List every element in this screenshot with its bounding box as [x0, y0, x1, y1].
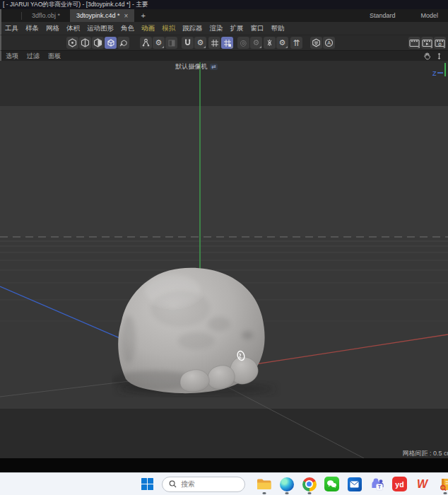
running-dot [443, 492, 447, 494]
symmetry-group: ⚙ [264, 37, 288, 49]
running-dot [307, 492, 311, 494]
wechat-icon[interactable] [324, 475, 340, 494]
edit-mode-group [66, 37, 129, 49]
running-dot [285, 492, 288, 494]
snap-settings-gear-icon[interactable]: ⚙ [194, 37, 206, 49]
tab-label: 3dflo.obj * [32, 12, 60, 19]
viewport-menu-filter[interactable]: 过滤 [27, 52, 40, 61]
layout-switcher-model[interactable]: Model [420, 12, 438, 19]
mail-icon[interactable] [346, 475, 362, 494]
menu-character[interactable]: 角色 [121, 24, 134, 33]
tab-3dtoypink[interactable]: 3dtoypink.c4d * × [70, 9, 134, 22]
world-axes-and-grid: Z [0, 61, 448, 458]
file-explorer-icon[interactable] [256, 475, 272, 494]
teams-icon[interactable]: T [369, 475, 385, 494]
radial-circles-icon[interactable]: ◎ [237, 37, 249, 49]
render-settings-icon[interactable]: ⚙ [434, 37, 446, 49]
menu-bar: 工具 样条 网格 体积 运动图形 角色 动画 模拟 跟踪器 渲染 扩展 窗口 帮… [0, 22, 448, 35]
quantize-group [208, 37, 233, 49]
camera-switch-icon[interactable]: ⇄ [210, 64, 218, 70]
render-picture-viewer-icon[interactable] [421, 37, 433, 49]
menu-simulate[interactable]: 模拟 [162, 24, 175, 33]
camera-label-bar: 默认摄像机 ⇄ [0, 62, 393, 71]
symmetry-icon[interactable] [264, 37, 276, 49]
menu-mograph[interactable]: 运动图形 [87, 24, 114, 33]
menu-mesh[interactable]: 网格 [46, 24, 59, 33]
wps-office-icon[interactable]: W [414, 475, 430, 494]
menu-window[interactable]: 窗口 [251, 24, 264, 33]
c4d-window: [ - JIARUI YAO的非商业许可) - [3dtoypink.c4d *… [0, 0, 448, 495]
mode-toolbar: ⚙ ⚙ ◎ ⚙ ⚙ [0, 35, 448, 50]
window-title: [ - JIARUI YAO的非商业许可) - [3dtoypink.c4d *… [0, 0, 448, 9]
swap-arrows-icon[interactable]: ⇈ [290, 37, 302, 49]
asset-group: A [310, 37, 335, 49]
taskbar-app-icons: T yd W [256, 475, 448, 494]
tab-3dflo[interactable]: 3dflo.obj * [22, 9, 70, 22]
menu-extensions[interactable]: 扩展 [230, 24, 244, 33]
taskbar-search[interactable] [162, 477, 245, 492]
viewport-menu-bar: 选项 过滤 面板 [0, 50, 448, 61]
joint-settings-gear-icon[interactable]: ⚙ [153, 37, 165, 49]
windows-taskbar: T yd W [0, 472, 448, 495]
menu-animation[interactable]: 动画 [141, 24, 155, 33]
render-view-icon[interactable] [408, 37, 420, 49]
workplane-disabled-icon[interactable] [165, 37, 177, 49]
svg-text:T: T [378, 484, 381, 489]
toy-model-mesh[interactable] [112, 262, 281, 397]
close-tab-icon[interactable]: × [124, 12, 129, 20]
layout-switcher-standard[interactable]: Standard [370, 12, 396, 19]
polygon-mode-icon[interactable] [92, 37, 104, 49]
asset-hexagon-icon[interactable] [310, 37, 322, 49]
viewport-nav-icons [423, 52, 443, 60]
youdao-translate-icon[interactable]: yd [391, 475, 408, 494]
object-axis-mode-icon[interactable] [117, 37, 129, 49]
default-camera-label[interactable]: 默认摄像机 [175, 62, 207, 71]
points-mode-icon[interactable] [66, 37, 78, 49]
grid-spacing-label: 网格间距 : 0.5 cm [402, 449, 448, 458]
radial-settings-gear-icon[interactable]: ⚙ [250, 37, 262, 49]
render-group: ⚙ [408, 37, 446, 49]
model-mode-icon[interactable] [105, 37, 117, 49]
quantize-grid-icon[interactable] [221, 37, 233, 49]
bottom-strip [0, 458, 448, 472]
menu-spline[interactable]: 样条 [25, 24, 39, 33]
svg-text:A: A [327, 40, 331, 45]
grid-icon[interactable] [208, 37, 220, 49]
axis-gizmo: Z [432, 63, 445, 77]
document-tab-bar: 3dflo.obj * 3dtoypink.c4d * × + Standard… [0, 9, 448, 22]
search-icon [169, 480, 177, 488]
annotation-circle-a-icon[interactable]: A [323, 37, 335, 49]
radial-symmetry-group: ◎ ⚙ [237, 37, 262, 49]
menu-tools[interactable]: 工具 [5, 24, 18, 33]
search-input[interactable] [181, 480, 244, 488]
perspective-viewport[interactable]: Z 默认摄像机 ⇄ [0, 61, 448, 458]
svg-text:⚙: ⚙ [438, 41, 442, 46]
swap-group: ⇈ [290, 37, 302, 49]
dictionary-icon[interactable] [437, 475, 448, 494]
menu-render[interactable]: 渲染 [210, 24, 223, 33]
chrome-icon[interactable] [301, 475, 317, 494]
edge-mode-icon[interactable] [79, 37, 91, 49]
menu-volume[interactable]: 体积 [66, 24, 80, 33]
dolly-arrows-icon[interactable] [435, 52, 443, 60]
add-tab-button[interactable]: + [141, 11, 145, 20]
menu-tracker[interactable]: 跟踪器 [182, 24, 203, 33]
snap-magnet-icon[interactable] [182, 37, 194, 49]
tab-label: 3dtoypink.c4d * [76, 12, 120, 19]
symmetry-settings-gear-icon[interactable]: ⚙ [276, 37, 288, 49]
snap-group: ⚙ [182, 37, 206, 49]
menu-help[interactable]: 帮助 [271, 24, 285, 33]
joint-tool-icon[interactable] [140, 37, 152, 49]
pan-hand-icon[interactable] [423, 52, 431, 60]
axis-z-label: Z [432, 70, 437, 77]
joint-tool-group: ⚙ [140, 37, 177, 49]
windows-start-icon[interactable] [141, 478, 153, 490]
edge-icon[interactable] [278, 475, 295, 494]
running-dot [262, 492, 266, 494]
viewport-menu-panel[interactable]: 面板 [48, 52, 61, 61]
viewport-menu-options[interactable]: 选项 [6, 52, 18, 61]
